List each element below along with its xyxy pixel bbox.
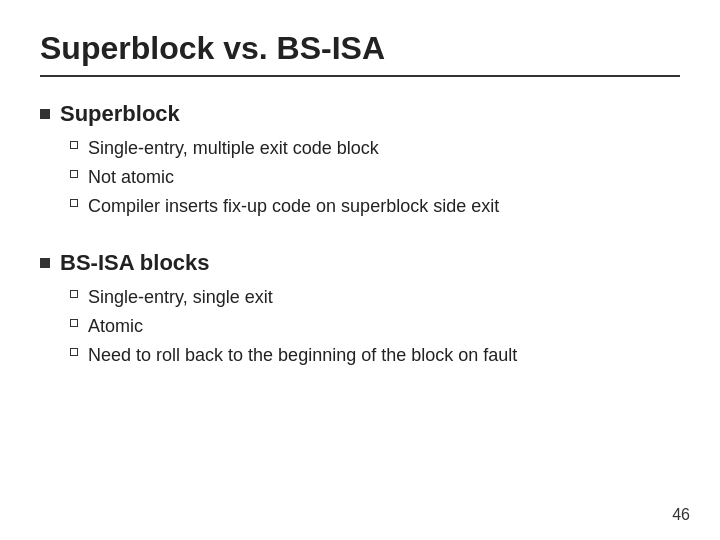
- sub-text: Single-entry, single exit: [88, 284, 273, 311]
- sub-bullet: [70, 348, 78, 356]
- section-heading-bsisa: BS-ISA blocks: [60, 250, 517, 276]
- sub-text: Not atomic: [88, 164, 174, 191]
- sub-bullet: [70, 141, 78, 149]
- sub-text: Need to roll back to the beginning of th…: [88, 342, 517, 369]
- section-content-1: Superblock Single-entry, multiple exit c…: [60, 101, 499, 220]
- list-item: Compiler inserts fix-up code on superblo…: [70, 193, 499, 220]
- slide-number: 46: [672, 506, 690, 524]
- bullet-marker-1: [40, 103, 50, 119]
- sub-bullet: [70, 199, 78, 207]
- content-area: Superblock Single-entry, multiple exit c…: [40, 101, 680, 520]
- slide-title: Superblock vs. BS-ISA: [40, 30, 680, 67]
- square-bullet-1: [40, 109, 50, 119]
- sub-bullet: [70, 319, 78, 327]
- square-bullet-2: [40, 258, 50, 268]
- sub-bullet: [70, 170, 78, 178]
- sub-items-bsisa: Single-entry, single exit Atomic Need to…: [70, 284, 517, 369]
- list-item: Not atomic: [70, 164, 499, 191]
- sub-bullet: [70, 290, 78, 298]
- section-heading-superblock: Superblock: [60, 101, 499, 127]
- title-area: Superblock vs. BS-ISA: [40, 30, 680, 77]
- list-item: Atomic: [70, 313, 517, 340]
- section-superblock: Superblock Single-entry, multiple exit c…: [40, 101, 680, 220]
- section-content-2: BS-ISA blocks Single-entry, single exit …: [60, 250, 517, 369]
- sub-text: Single-entry, multiple exit code block: [88, 135, 379, 162]
- sub-items-superblock: Single-entry, multiple exit code block N…: [70, 135, 499, 220]
- sub-text: Atomic: [88, 313, 143, 340]
- sub-text: Compiler inserts fix-up code on superblo…: [88, 193, 499, 220]
- list-item: Need to roll back to the beginning of th…: [70, 342, 517, 369]
- list-item: Single-entry, single exit: [70, 284, 517, 311]
- slide: Superblock vs. BS-ISA Superblock Single-…: [0, 0, 720, 540]
- list-item: Single-entry, multiple exit code block: [70, 135, 499, 162]
- bullet-marker-2: [40, 252, 50, 268]
- section-bsisa: BS-ISA blocks Single-entry, single exit …: [40, 250, 680, 369]
